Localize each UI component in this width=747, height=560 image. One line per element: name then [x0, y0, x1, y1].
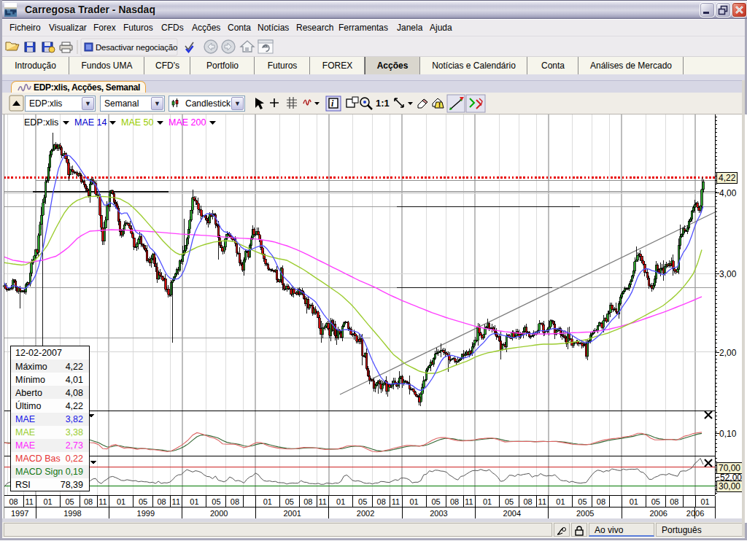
svg-text:Mínimo: Mínimo [15, 375, 45, 385]
svg-text:4,08: 4,08 [66, 388, 83, 398]
svg-text:01: 01 [117, 497, 125, 506]
svg-text:2000: 2000 [210, 509, 228, 518]
svg-text:RSI: RSI [15, 480, 31, 490]
svg-text:01: 01 [701, 497, 710, 506]
svg-text:Máximo: Máximo [15, 362, 47, 372]
svg-text:01: 01 [630, 497, 638, 506]
svg-text:01: 01 [44, 497, 53, 506]
svg-text:05: 05 [651, 497, 660, 506]
svg-text:08: 08 [157, 497, 166, 506]
svg-text:MACD Bas: MACD Bas [15, 454, 61, 464]
svg-text:11: 11 [98, 497, 107, 506]
svg-text:78,39: 78,39 [61, 480, 83, 490]
svg-text:MAE: MAE [15, 427, 35, 438]
svg-text:11: 11 [392, 497, 400, 506]
svg-text:11: 11 [318, 497, 326, 506]
svg-text:1:1: 1:1 [376, 98, 390, 109]
svg-text:MAE: MAE [15, 440, 35, 451]
svg-text:MAE 50: MAE 50 [121, 117, 154, 128]
svg-text:05: 05 [578, 497, 587, 506]
svg-text:Último: Último [15, 400, 41, 411]
svg-text:4,22: 4,22 [66, 401, 83, 411]
svg-text:2006: 2006 [649, 509, 667, 518]
svg-text:3,82: 3,82 [66, 414, 83, 424]
svg-text:0,22: 0,22 [66, 454, 83, 464]
svg-text:01: 01 [263, 497, 272, 506]
svg-text:05: 05 [139, 497, 147, 506]
svg-text:!: ! [438, 101, 441, 109]
svg-text:11: 11 [465, 497, 473, 506]
svg-text:11: 11 [26, 497, 34, 506]
svg-text:11: 11 [538, 497, 546, 506]
svg-text:MAE 200: MAE 200 [169, 117, 206, 128]
svg-text:2005: 2005 [576, 509, 594, 518]
svg-text:4,22: 4,22 [719, 173, 736, 183]
svg-text:4,01: 4,01 [66, 375, 83, 385]
svg-text:Desactivar negociação: Desactivar negociação [96, 43, 177, 52]
svg-text:01: 01 [410, 497, 419, 506]
svg-text:1999: 1999 [137, 509, 155, 518]
svg-text:MAE 14: MAE 14 [74, 117, 107, 128]
svg-text:08: 08 [303, 497, 312, 506]
svg-text:08: 08 [84, 497, 93, 506]
svg-text:2001: 2001 [283, 509, 301, 518]
svg-text:3,38: 3,38 [66, 427, 83, 438]
svg-text:08: 08 [377, 497, 386, 506]
svg-text:12-02-2007: 12-02-2007 [15, 348, 62, 358]
svg-text:01: 01 [336, 497, 345, 506]
svg-text:05: 05 [285, 497, 294, 506]
svg-text:2004: 2004 [503, 509, 521, 518]
svg-text:01: 01 [483, 497, 492, 506]
svg-text:05: 05 [66, 497, 74, 506]
svg-text:08: 08 [231, 497, 239, 506]
svg-text:1998: 1998 [63, 509, 81, 518]
svg-text:Aberto: Aberto [15, 388, 42, 398]
svg-text:70,00: 70,00 [719, 463, 740, 473]
svg-text:01: 01 [556, 497, 565, 506]
svg-text:30,00: 30,00 [719, 481, 740, 491]
svg-text:2003: 2003 [430, 509, 447, 518]
svg-text:08: 08 [450, 497, 459, 506]
svg-text:05: 05 [358, 497, 367, 506]
svg-text:11: 11 [172, 497, 180, 506]
svg-text:08: 08 [9, 497, 18, 506]
svg-text:2,73: 2,73 [66, 440, 83, 451]
svg-text:05: 05 [212, 497, 220, 506]
svg-text:08: 08 [597, 497, 605, 506]
svg-text:0,19: 0,19 [66, 467, 83, 477]
svg-text:MACD Sign: MACD Sign [15, 467, 63, 477]
svg-text:EDP:xlis: EDP:xlis [24, 117, 58, 128]
svg-text:2002: 2002 [357, 509, 374, 518]
svg-text:08: 08 [523, 497, 532, 506]
svg-text:1997: 1997 [11, 509, 28, 518]
svg-text:01: 01 [190, 497, 198, 506]
svg-text:52,00: 52,00 [720, 472, 742, 483]
svg-text:4,00: 4,00 [719, 188, 737, 198]
svg-text:0,10: 0,10 [719, 429, 737, 439]
svg-text:MAE: MAE [15, 414, 35, 424]
svg-text:08: 08 [670, 497, 678, 506]
svg-text:05: 05 [505, 497, 514, 506]
svg-text:4,22: 4,22 [66, 362, 83, 372]
svg-text:3,00: 3,00 [719, 269, 737, 279]
svg-text:05: 05 [432, 497, 441, 506]
svg-text:2,00: 2,00 [719, 348, 737, 358]
